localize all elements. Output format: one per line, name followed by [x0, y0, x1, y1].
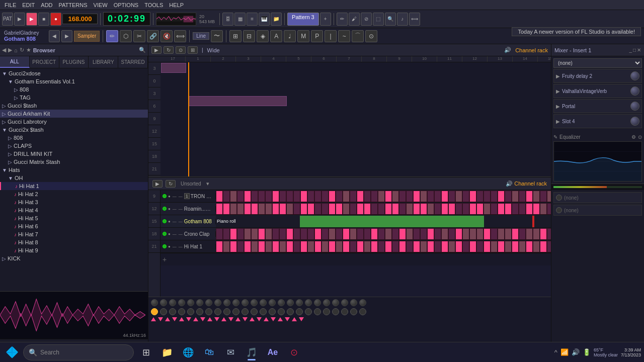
step-tri-dn-10[interactable] — [285, 317, 290, 321]
tree-kick[interactable]: ▷ KICK — [0, 254, 148, 262]
zoom-tool[interactable]: 🔍 — [385, 13, 396, 26]
pad-btn[interactable] — [406, 203, 413, 215]
pad-btn[interactable] — [216, 203, 223, 215]
pad-btn[interactable] — [329, 203, 336, 215]
tree-hihat6[interactable]: ♪ Hi Hat 6 — [0, 222, 148, 230]
group-btn[interactable]: ⊟ — [243, 30, 255, 42]
tree-oh[interactable]: ▼ OH — [0, 174, 148, 182]
pad-btn[interactable] — [413, 228, 420, 240]
step-6[interactable] — [196, 308, 203, 315]
mute-tool-2[interactable]: 🔇 — [160, 30, 173, 42]
pad-btn[interactable] — [547, 241, 551, 252]
pad-btn[interactable] — [293, 241, 300, 252]
pad-btn[interactable] — [371, 203, 378, 215]
pad-btn[interactable] — [350, 241, 357, 252]
pad-btn[interactable] — [251, 191, 258, 202]
pad-btn[interactable] — [300, 241, 307, 252]
tab-library[interactable]: LIBRARY — [89, 56, 118, 68]
pad-btn[interactable] — [343, 228, 350, 240]
pad-btn[interactable] — [279, 191, 286, 202]
pad-btn[interactable] — [526, 228, 533, 240]
playlist-row-1[interactable] — [160, 62, 551, 73]
tree-drill[interactable]: ▷ DRILL MINI KIT — [0, 150, 148, 158]
browser-bookmark-btn[interactable]: ★ — [26, 47, 31, 53]
tree-hihat2[interactable]: ♪ Hi Hat 2 — [0, 190, 148, 198]
pad-btn[interactable] — [399, 228, 406, 240]
pad-btn[interactable] — [230, 203, 237, 215]
paint-tool[interactable]: 🖌 — [349, 13, 360, 26]
tab-all[interactable]: ALL — [0, 56, 30, 68]
ch-solo-btn5[interactable]: ● — [168, 244, 171, 249]
pad-btn[interactable] — [399, 241, 406, 252]
pad-btn[interactable] — [343, 191, 350, 202]
tree-claps[interactable]: ▷ CLAPS — [0, 142, 148, 150]
step-13[interactable] — [260, 308, 267, 315]
pad-btn[interactable] — [237, 191, 244, 202]
browser-back-btn[interactable]: ◀ — [2, 47, 6, 53]
pad-btn[interactable] — [314, 203, 321, 215]
pad-btn[interactable] — [336, 241, 343, 252]
pad-btn[interactable] — [279, 241, 286, 252]
stepseq-knob-7[interactable] — [205, 299, 212, 306]
start-button[interactable] — [3, 343, 21, 361]
pad-btn[interactable] — [512, 228, 519, 240]
pad-btn[interactable] — [420, 241, 427, 252]
tree-hihat9[interactable]: ♪ Hi Hat 9 — [0, 246, 148, 254]
ch-solo-btn3[interactable]: ● — [168, 219, 171, 224]
step-21[interactable] — [332, 308, 339, 315]
ch-solo-btn2[interactable]: ● — [168, 206, 171, 212]
effect-knob-2[interactable] — [630, 86, 639, 96]
ch-fx-btn5[interactable]: — — [178, 244, 183, 249]
step-11[interactable] — [242, 308, 249, 315]
pad-btn[interactable] — [512, 203, 519, 215]
pad-btn[interactable] — [364, 241, 371, 252]
pad-btn[interactable] — [533, 191, 540, 202]
step-14[interactable] — [269, 308, 276, 315]
pad-btn[interactable] — [399, 203, 406, 215]
step-2[interactable] — [160, 308, 167, 315]
select-tool[interactable]: ⬚ — [373, 13, 384, 26]
pad-btn[interactable] — [216, 228, 223, 240]
block[interactable] — [161, 63, 186, 73]
pad-btn[interactable] — [230, 228, 237, 240]
pad-btn[interactable] — [307, 203, 314, 215]
pad-btn[interactable] — [279, 228, 286, 240]
cut-tool-2[interactable]: ✂ — [133, 30, 145, 42]
step-tri-dn-3[interactable] — [186, 317, 191, 321]
pad-btn[interactable] — [251, 203, 258, 215]
pad-btn[interactable] — [533, 203, 540, 215]
pad-btn[interactable] — [321, 241, 329, 252]
stepseq-knob-5[interactable] — [187, 299, 194, 306]
effect-portal[interactable]: ▶ Portal — [553, 99, 642, 113]
pad-btn[interactable] — [498, 191, 505, 202]
taskbar-app-explorer[interactable]: 📁 — [157, 343, 177, 361]
pad-btn[interactable] — [244, 241, 251, 252]
pad-btn[interactable] — [420, 203, 427, 215]
mute-tool[interactable]: ♪ — [397, 13, 408, 26]
step-tri-dn-6[interactable] — [228, 317, 233, 321]
link-tool-2[interactable]: 🔗 — [147, 30, 159, 42]
pad-btn[interactable] — [406, 228, 413, 240]
pad-btn[interactable] — [293, 203, 300, 215]
stepseq-knob-13[interactable] — [260, 299, 267, 306]
stepseq-knob-3[interactable] — [169, 299, 176, 306]
effect-knob-3[interactable] — [630, 102, 639, 111]
pad-btn[interactable] — [300, 203, 307, 215]
playlist-record-btn[interactable]: ⊙ — [176, 46, 186, 54]
step-23[interactable] — [350, 308, 357, 315]
playlist-play-btn[interactable]: ▶ — [151, 46, 162, 54]
pad-btn[interactable] — [307, 191, 314, 202]
pad-btn[interactable] — [385, 241, 392, 252]
step-tri-10[interactable] — [278, 317, 283, 321]
pad-btn[interactable] — [519, 228, 526, 240]
pad-btn[interactable] — [286, 228, 293, 240]
menu-view[interactable]: VIEW — [91, 2, 110, 8]
pad-btn[interactable] — [314, 191, 321, 202]
pad-btn[interactable] — [484, 228, 491, 240]
taskbar-app-mail[interactable]: ✉ — [220, 343, 240, 361]
taskbar-app-store[interactable]: 🛍 — [199, 343, 219, 361]
pad-btn[interactable] — [364, 191, 371, 202]
tree-gucci-labrotory[interactable]: ▷ Gucci Labrotory — [0, 118, 148, 126]
pad-btn[interactable] — [392, 228, 399, 240]
pad-btn[interactable] — [413, 203, 420, 215]
